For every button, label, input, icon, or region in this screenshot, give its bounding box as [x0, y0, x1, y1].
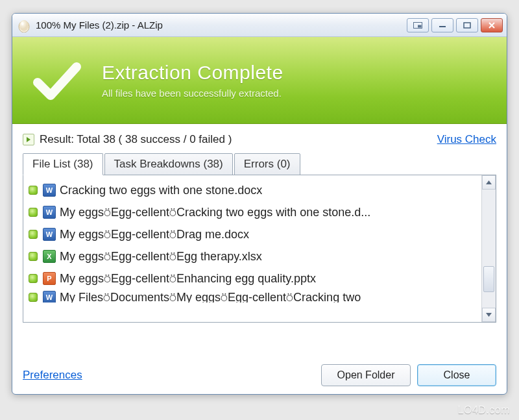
- file-list[interactable]: Cracking two eggs with one stone.docx My…: [23, 175, 481, 322]
- status-success-icon: [29, 208, 38, 217]
- word-icon: [43, 206, 56, 219]
- result-row: Result: Total 38 ( 38 success / 0 failed…: [23, 133, 496, 146]
- svg-point-1: [19, 20, 29, 31]
- word-icon: [43, 184, 56, 197]
- titlebar[interactable]: 100% My Files (2).zip - ALZip: [12, 14, 507, 37]
- svg-rect-4: [418, 25, 422, 27]
- pip-button[interactable]: [407, 18, 429, 32]
- minimize-button[interactable]: [431, 18, 453, 32]
- scrollbar[interactable]: [481, 175, 496, 322]
- scroll-track[interactable]: [482, 190, 496, 308]
- tabs: File List (38) Task Breakdowns (38) Erro…: [23, 153, 496, 175]
- open-folder-button[interactable]: Open Folder: [321, 364, 411, 386]
- word-icon: [43, 291, 56, 303]
- list-item[interactable]: Cracking two eggs with one stone.docx: [26, 179, 479, 201]
- watermark: LO4D.com: [458, 404, 510, 416]
- banner-heading: Extraction Complete: [102, 62, 284, 84]
- list-item[interactable]: My Files⍥Documents⍥My eggs⍥Egg-cellent⍥C…: [26, 290, 479, 303]
- file-name: My eggs⍥Egg-cellent⍥Cracking two eggs wi…: [60, 206, 370, 219]
- excel-icon: [43, 250, 56, 263]
- close-button[interactable]: Close: [417, 364, 496, 386]
- maximize-button[interactable]: [456, 18, 478, 32]
- virus-check-link[interactable]: Virus Check: [437, 133, 496, 146]
- status-success-icon: [29, 293, 38, 302]
- window-controls: [407, 18, 503, 32]
- app-egg-icon: [18, 18, 30, 33]
- status-success-icon: [29, 230, 38, 239]
- banner-text: Extraction Complete All files have been …: [102, 62, 284, 99]
- svg-rect-6: [464, 23, 470, 28]
- status-success-icon: [29, 274, 38, 283]
- status-success-icon: [29, 252, 38, 261]
- checkmark-icon: [27, 51, 86, 110]
- svg-point-2: [21, 21, 24, 25]
- file-name: My eggs⍥Egg-cellent⍥Drag me.docx: [60, 228, 249, 241]
- status-success-icon: [29, 186, 38, 195]
- banner-subtext: All files have been successfully extract…: [102, 88, 284, 99]
- footer: Preferences Open Folder Close: [23, 355, 496, 386]
- list-item[interactable]: My eggs⍥Egg-cellent⍥Drag me.docx: [26, 223, 479, 245]
- tab-file-list[interactable]: File List (38): [23, 153, 103, 175]
- list-item[interactable]: My eggs⍥Egg-cellent⍥Enhancing egg qualit…: [26, 267, 479, 290]
- word-icon: [43, 228, 56, 241]
- svg-rect-5: [439, 26, 446, 27]
- window-title: 100% My Files (2).zip - ALZip: [36, 19, 407, 31]
- file-list-panel: Cracking two eggs with one stone.docx My…: [23, 175, 496, 323]
- list-item[interactable]: My eggs⍥Egg-cellent⍥Egg therapy.xlsx: [26, 245, 479, 267]
- file-name: My eggs⍥Egg-cellent⍥Enhancing egg qualit…: [60, 272, 316, 286]
- preferences-link[interactable]: Preferences: [23, 369, 82, 382]
- status-banner: Extraction Complete All files have been …: [12, 37, 507, 124]
- list-item[interactable]: My eggs⍥Egg-cellent⍥Cracking two eggs wi…: [26, 201, 479, 223]
- scroll-down-button[interactable]: [482, 308, 496, 322]
- expand-result-icon[interactable]: [23, 134, 34, 145]
- close-window-button[interactable]: [481, 18, 503, 32]
- file-name: Cracking two eggs with one stone.docx: [60, 184, 262, 197]
- alzip-extraction-window: 100% My Files (2).zip - ALZip Extraction…: [12, 13, 507, 395]
- content-area: Result: Total 38 ( 38 success / 0 failed…: [12, 124, 507, 394]
- scroll-up-button[interactable]: [482, 175, 496, 190]
- tab-task-breakdowns[interactable]: Task Breakdowns (38): [104, 153, 233, 175]
- tab-errors[interactable]: Errors (0): [234, 153, 300, 175]
- result-summary: Result: Total 38 ( 38 success / 0 failed…: [40, 133, 232, 146]
- scroll-thumb[interactable]: [483, 266, 494, 292]
- file-name: My Files⍥Documents⍥My eggs⍥Egg-cellent⍥C…: [60, 291, 361, 303]
- file-name: My eggs⍥Egg-cellent⍥Egg therapy.xlsx: [60, 250, 262, 264]
- powerpoint-icon: [43, 272, 56, 285]
